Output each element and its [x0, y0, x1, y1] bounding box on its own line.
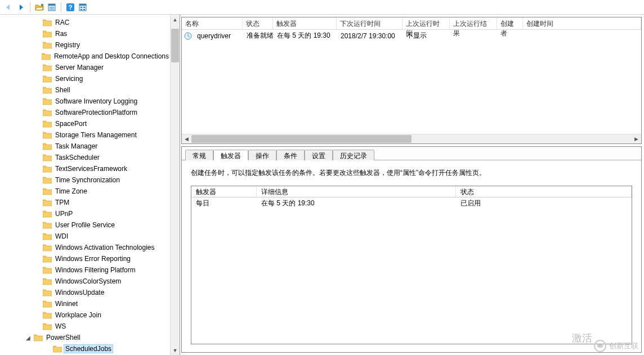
hscroll-right[interactable]: ▶: [632, 136, 641, 142]
tree-item-label: ScheduledJobs: [64, 345, 113, 353]
tree-item[interactable]: Registry: [0, 39, 170, 51]
folder-tree[interactable]: RACRasRegistryRemoteApp and Desktop Conn…: [0, 15, 170, 355]
forward-button[interactable]: [15, 1, 27, 14]
tree-item[interactable]: WindowsUpdate: [0, 287, 170, 298]
folder-icon: [43, 311, 52, 319]
tree-item[interactable]: Wininet: [0, 298, 170, 309]
tg-cell-trigger: 每日: [191, 197, 257, 209]
scroll-up-arrow[interactable]: ▲: [171, 15, 180, 24]
tree-item[interactable]: SoftwareProtectionPlatform: [0, 107, 170, 118]
folder-icon: [43, 255, 52, 263]
svg-rect-10: [80, 9, 82, 10]
help-button[interactable]: ?: [64, 1, 77, 14]
col-lastrun[interactable]: 上次运行时间: [402, 17, 450, 29]
scroll-down-arrow[interactable]: ▼: [171, 345, 180, 355]
tree-item-label: SoftwareProtectionPlatform: [54, 109, 138, 116]
col-trigger[interactable]: 触发器: [273, 17, 337, 29]
tg-col-state[interactable]: 状态: [456, 186, 632, 197]
col-lastresult[interactable]: 上次运行结果: [450, 17, 497, 29]
folder-icon: [43, 322, 52, 330]
task-row[interactable]: querydriver 准备就绪 在每 5 天的 19:30 2018/2/7 …: [182, 30, 641, 42]
svg-rect-8: [80, 7, 82, 8]
tree-item[interactable]: Shell: [0, 84, 170, 96]
tg-col-info[interactable]: 详细信息: [257, 186, 456, 197]
tree-item[interactable]: Time Zone: [0, 186, 170, 197]
svg-rect-7: [79, 4, 86, 6]
cell-creator: [498, 35, 524, 37]
cell-lastrun: 不显示: [403, 30, 450, 42]
tree-item[interactable]: TaskScheduler: [0, 152, 170, 163]
tree-item-label: WindowsColorSystem: [54, 277, 122, 285]
cell-trigger: 在每 5 天的 19:30: [274, 30, 337, 42]
tree-item-label: TaskScheduler: [54, 154, 101, 161]
tree-item[interactable]: Task Manager: [0, 141, 170, 152]
folder-icon: [43, 277, 52, 285]
tree-item[interactable]: User Profile Service: [0, 219, 170, 231]
tab-actions[interactable]: 操作: [248, 150, 276, 160]
tree-item[interactable]: WDI: [0, 231, 170, 242]
tree-vscrollbar[interactable]: ▲ ▼: [170, 15, 180, 355]
tab-settings[interactable]: 设置: [305, 150, 333, 160]
tree-item[interactable]: WindowsColorSystem: [0, 276, 170, 287]
tree-item[interactable]: TPM: [0, 197, 170, 208]
tree-item[interactable]: Workplace Join: [0, 309, 170, 321]
scroll-thumb[interactable]: [171, 29, 179, 62]
tree-item-label: Windows Error Reporting: [54, 255, 132, 263]
main-area: RACRasRegistryRemoteApp and Desktop Conn…: [0, 15, 644, 355]
tab-triggers[interactable]: 触发器: [213, 150, 248, 160]
tree-item[interactable]: Software Inventory Logging: [0, 96, 170, 107]
tree-item[interactable]: RemoteApp and Desktop Connections: [0, 51, 170, 62]
tg-col-trigger[interactable]: 触发器: [191, 186, 257, 197]
tree-item[interactable]: Ras: [0, 28, 170, 39]
hscroll-thumb[interactable]: [191, 135, 412, 143]
back-button[interactable]: [2, 1, 15, 14]
hscroll-track[interactable]: [191, 134, 632, 143]
tree-item[interactable]: TextServicesFramework: [0, 163, 170, 174]
tree-item-label: Shell: [54, 86, 71, 94]
trigger-grid: 触发器 详细信息 状态 每日 在每 5 天的 19:30 已启用: [191, 186, 632, 344]
tree-item[interactable]: Windows Filtering Platform: [0, 264, 170, 276]
view-button[interactable]: [77, 1, 89, 14]
folder-icon: [43, 244, 52, 251]
task-hscrollbar[interactable]: ◀ ▶: [182, 134, 641, 143]
folder-icon: [43, 109, 52, 116]
tree-item[interactable]: UPnP: [0, 208, 170, 219]
tree-item[interactable]: WS: [0, 321, 170, 332]
tree-item-label: WDI: [54, 232, 69, 240]
tab-history[interactable]: 历史记录: [333, 150, 374, 160]
tree-item[interactable]: SpacePort: [0, 118, 170, 129]
open-button[interactable]: [33, 1, 46, 14]
tree-item-label: Windows Filtering Platform: [54, 266, 137, 274]
folder-icon: [43, 300, 52, 308]
col-nextrun[interactable]: 下次运行时间: [337, 17, 402, 29]
tree-item[interactable]: Storage Tiers Management: [0, 129, 170, 141]
task-list: 名称 状态 触发器 下次运行时间 上次运行时间 上次运行结果 创建者 创建时间 …: [181, 17, 642, 144]
col-name[interactable]: 名称: [182, 17, 243, 29]
tree-item-scheduledjobs[interactable]: ScheduledJobs: [0, 343, 170, 354]
tree-item[interactable]: Windows Error Reporting: [0, 253, 170, 264]
tree-item-label: WS: [54, 322, 67, 330]
tree-item-label: RAC: [54, 19, 70, 26]
folder-icon: [43, 131, 52, 139]
tree-item[interactable]: Server Manager: [0, 62, 170, 73]
tab-conditions[interactable]: 条件: [276, 150, 305, 160]
tab-general[interactable]: 常规: [185, 150, 213, 160]
caret-icon[interactable]: ◢: [25, 335, 32, 341]
properties-button[interactable]: [46, 1, 58, 14]
tree-item-label: Storage Tiers Management: [54, 131, 138, 139]
svg-text:?: ?: [69, 4, 73, 11]
tree-item[interactable]: Windows Activation Technologies: [0, 242, 170, 253]
folder-icon: [43, 142, 52, 150]
hscroll-left[interactable]: ◀: [182, 136, 191, 142]
tree-item[interactable]: RAC: [0, 17, 170, 28]
tree-item-label: Windows Activation Technologies: [54, 244, 156, 251]
col-created[interactable]: 创建时间: [523, 17, 641, 29]
col-creator[interactable]: 创建者: [497, 17, 523, 29]
tree-item[interactable]: Time Synchronization: [0, 174, 170, 186]
tab-content: 创建任务时，可以指定触发该任务的条件。若要更改这些触发器，使用“属性”命令打开任…: [182, 160, 641, 352]
trigger-row[interactable]: 每日 在每 5 天的 19:30 已启用: [191, 197, 632, 209]
col-status[interactable]: 状态: [243, 17, 273, 29]
cell-lastresult: [450, 35, 498, 37]
tree-item[interactable]: Servicing: [0, 73, 170, 84]
tree-item-powershell[interactable]: ◢PowerShell: [0, 332, 170, 343]
